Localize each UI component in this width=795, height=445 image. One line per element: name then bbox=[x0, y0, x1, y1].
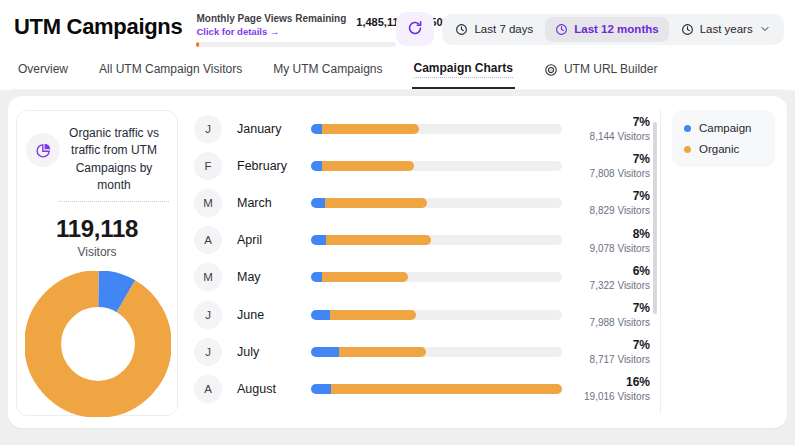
monthly-bars-list: J January 7% 8,144 Visitors F February 7… bbox=[194, 110, 658, 408]
clock-icon bbox=[455, 23, 468, 36]
month-label: July bbox=[237, 345, 311, 359]
usage-widget: Monthly Page Views Remaining Click for d… bbox=[196, 13, 396, 47]
month-percent: 8% bbox=[574, 227, 650, 241]
donut-chart bbox=[25, 271, 171, 417]
month-chart-row: J June 7% 7,988 Visitors bbox=[194, 296, 658, 333]
campaign-bar-segment bbox=[311, 272, 322, 282]
campaign-bar-segment bbox=[311, 124, 322, 134]
month-avatar: M bbox=[194, 263, 222, 291]
campaign-bar-segment bbox=[311, 235, 326, 245]
charts-card: Organic traffic vs traffic from UTM Camp… bbox=[8, 96, 787, 428]
clock-icon bbox=[555, 23, 568, 36]
month-stats: 7% 8,144 Visitors bbox=[574, 115, 650, 142]
donut-slice-organic bbox=[43, 288, 154, 399]
month-percent: 16% bbox=[574, 375, 650, 389]
legend-item: Campaign bbox=[684, 122, 763, 134]
month-avatar: J bbox=[194, 115, 222, 143]
date-range-button[interactable]: Last 12 months bbox=[545, 17, 668, 42]
organic-bar-segment bbox=[331, 384, 562, 394]
main-area: Organic traffic vs traffic from UTM Camp… bbox=[0, 90, 795, 428]
organic-bar-segment bbox=[322, 272, 407, 282]
campaign-bar-segment bbox=[311, 310, 330, 320]
organic-bar-segment bbox=[322, 161, 414, 171]
legend-dot bbox=[684, 146, 691, 153]
month-percent: 7% bbox=[574, 115, 650, 129]
bar-track bbox=[311, 310, 562, 320]
month-avatar: J bbox=[194, 301, 222, 329]
tab[interactable]: Campaign Charts bbox=[412, 59, 515, 89]
legend-label: Campaign bbox=[699, 122, 751, 134]
month-percent: 7% bbox=[574, 189, 650, 203]
legend-item: Organic bbox=[684, 143, 763, 155]
campaign-bar-segment bbox=[311, 198, 325, 208]
summary-title: Organic traffic vs traffic from UTM Camp… bbox=[59, 125, 169, 202]
month-chart-row: J January 7% 8,144 Visitors bbox=[194, 110, 658, 147]
month-visitors: 7,808 Visitors bbox=[574, 168, 650, 179]
month-avatar: A bbox=[194, 226, 222, 254]
top-bar: UTM Campaigns Monthly Page Views Remaini… bbox=[0, 0, 795, 90]
vertical-scrollbar[interactable] bbox=[653, 122, 657, 314]
month-visitors: 7,988 Visitors bbox=[574, 317, 650, 328]
month-avatar: M bbox=[194, 189, 222, 217]
header-controls: Last 7 days Last 12 months Last years bbox=[396, 12, 783, 46]
month-visitors: 8,144 Visitors bbox=[574, 131, 650, 142]
month-stats: 7% 8,829 Visitors bbox=[574, 189, 650, 216]
month-chart-row: M March 7% 8,829 Visitors bbox=[194, 184, 658, 221]
month-percent: 7% bbox=[574, 301, 650, 315]
tab[interactable]: UTM URL Builder bbox=[542, 59, 660, 89]
monthly-bars-area: J January 7% 8,144 Visitors F February 7… bbox=[178, 96, 660, 428]
bar-track bbox=[311, 161, 562, 171]
organic-bar-segment bbox=[325, 198, 428, 208]
month-label: February bbox=[237, 159, 311, 173]
month-stats: 7% 8,717 Visitors bbox=[574, 338, 650, 365]
campaign-bar-segment bbox=[311, 347, 339, 357]
organic-bar-segment bbox=[322, 124, 419, 134]
month-label: April bbox=[237, 233, 311, 247]
month-stats: 8% 9,078 Visitors bbox=[574, 227, 650, 254]
campaign-bar-segment bbox=[311, 161, 322, 171]
usage-details-link[interactable]: Click for details → bbox=[196, 26, 346, 37]
refresh-icon bbox=[407, 20, 423, 39]
campaign-bar-segment bbox=[311, 384, 331, 394]
date-range-segmented-control: Last 7 days Last 12 months Last years bbox=[442, 14, 783, 45]
month-chart-row: J July 7% 8,717 Visitors bbox=[194, 333, 658, 370]
usage-progress-track bbox=[196, 42, 396, 47]
month-label: March bbox=[237, 196, 311, 210]
bar-track bbox=[311, 235, 562, 245]
month-avatar: A bbox=[194, 375, 222, 403]
organic-bar-segment bbox=[330, 310, 417, 320]
month-visitors: 19,016 Visitors bbox=[574, 391, 650, 402]
page-title: UTM Campaigns bbox=[14, 14, 182, 40]
tab[interactable]: Overview bbox=[16, 59, 70, 89]
summary-total-visitors: 119,118 bbox=[25, 215, 169, 243]
month-chart-row: A August 16% 19,016 Visitors bbox=[194, 370, 658, 407]
tab[interactable]: My UTM Campaigns bbox=[271, 59, 384, 89]
bar-track bbox=[311, 272, 562, 282]
legend-card: Campaign Organic bbox=[672, 110, 775, 167]
bar-track bbox=[311, 124, 562, 134]
bar-track bbox=[311, 347, 562, 357]
month-percent: 7% bbox=[574, 338, 650, 352]
chevron-down-icon bbox=[759, 23, 771, 35]
usage-progress-fill bbox=[196, 42, 198, 47]
month-stats: 7% 7,808 Visitors bbox=[574, 152, 650, 179]
legend-dot bbox=[684, 125, 691, 132]
date-range-button[interactable]: Last 7 days bbox=[445, 17, 543, 42]
month-avatar: J bbox=[194, 338, 222, 366]
month-label: August bbox=[237, 382, 311, 396]
pie-chart-icon bbox=[26, 133, 60, 167]
date-range-button[interactable]: Last years bbox=[671, 17, 781, 42]
organic-bar-segment bbox=[339, 347, 427, 357]
month-percent: 6% bbox=[574, 264, 650, 278]
month-label: May bbox=[237, 270, 311, 284]
usage-label: Monthly Page Views Remaining bbox=[196, 13, 346, 24]
bar-track bbox=[311, 198, 562, 208]
summary-total-label: Visitors bbox=[25, 245, 169, 259]
month-visitors: 8,717 Visitors bbox=[574, 354, 650, 365]
legend-column: Campaign Organic bbox=[661, 96, 787, 428]
tab[interactable]: All UTM Campaign Visitors bbox=[97, 59, 244, 89]
month-chart-row: F February 7% 7,808 Visitors bbox=[194, 147, 658, 184]
refresh-button[interactable] bbox=[396, 12, 434, 46]
month-avatar: F bbox=[194, 152, 222, 180]
bar-track bbox=[311, 384, 562, 394]
